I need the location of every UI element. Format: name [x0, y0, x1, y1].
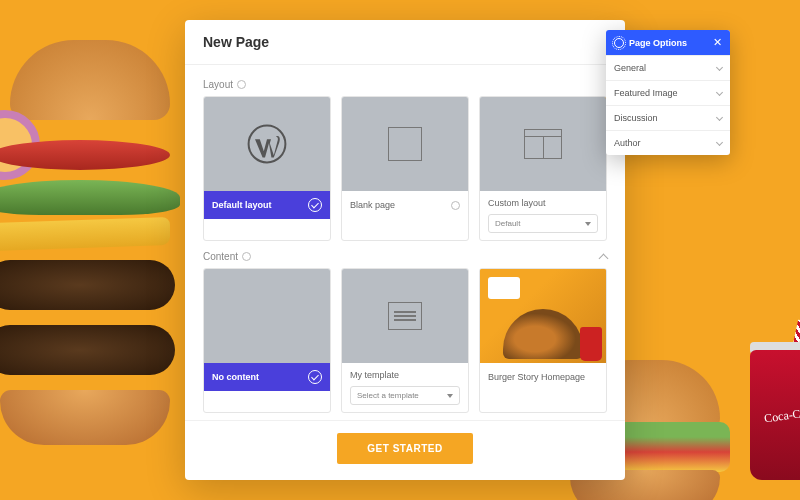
modal-footer: GET STARTED [185, 420, 625, 480]
check-icon [308, 370, 322, 384]
chevron-down-icon [716, 138, 723, 145]
get-started-button[interactable]: GET STARTED [337, 433, 472, 464]
template-thumbnail [480, 269, 606, 363]
panel-title: Page Options [629, 38, 708, 48]
card-label: Custom layout [488, 198, 598, 208]
gear-icon [614, 38, 624, 48]
layout-section-label: Layout [203, 79, 607, 90]
custom-layout-select[interactable]: Default [488, 214, 598, 233]
help-icon[interactable] [237, 80, 246, 89]
modal-body: Layout Default layout Blank page [185, 65, 625, 420]
chevron-up-icon[interactable] [599, 253, 609, 263]
help-icon[interactable] [242, 252, 251, 261]
content-card-template[interactable]: My template Select a template [341, 268, 469, 413]
custom-layout-icon [524, 129, 562, 159]
content-card-burger-story[interactable]: Burger Story Homepage [479, 268, 607, 413]
close-icon[interactable]: ✕ [713, 36, 722, 49]
help-icon[interactable] [451, 201, 460, 210]
layout-card-default[interactable]: Default layout [203, 96, 331, 241]
layout-card-custom[interactable]: Premium Custom layout Default [479, 96, 607, 241]
template-select[interactable]: Select a template [350, 386, 460, 405]
chevron-down-icon [716, 88, 723, 95]
new-page-modal: New Page Layout Default layout Blank pag… [185, 20, 625, 480]
content-section-label: Content [203, 251, 607, 262]
caret-down-icon [585, 222, 591, 226]
panel-item-general[interactable]: General [606, 55, 730, 80]
card-label: Burger Story Homepage [488, 372, 585, 382]
modal-header: New Page [185, 20, 625, 65]
blank-icon [388, 127, 422, 161]
card-label: My template [350, 370, 460, 380]
panel-item-featured-image[interactable]: Featured Image [606, 80, 730, 105]
panel-header: Page Options ✕ [606, 30, 730, 55]
modal-title: New Page [203, 34, 607, 50]
chevron-down-icon [716, 113, 723, 120]
panel-item-author[interactable]: Author [606, 130, 730, 155]
card-label: No content [212, 372, 259, 382]
page-options-panel: Page Options ✕ General Featured Image Di… [606, 30, 730, 155]
check-icon [308, 198, 322, 212]
chevron-down-icon [716, 63, 723, 70]
layout-grid: Default layout Blank page Premium Custom… [203, 96, 607, 241]
panel-item-discussion[interactable]: Discussion [606, 105, 730, 130]
content-card-none[interactable]: No content [203, 268, 331, 413]
wordpress-icon [247, 124, 287, 164]
content-grid: No content My template Select a template [203, 268, 607, 413]
card-label: Default layout [212, 200, 272, 210]
template-icon [388, 302, 422, 330]
caret-down-icon [447, 394, 453, 398]
card-label: Blank page [350, 200, 395, 210]
layout-card-blank[interactable]: Blank page [341, 96, 469, 241]
